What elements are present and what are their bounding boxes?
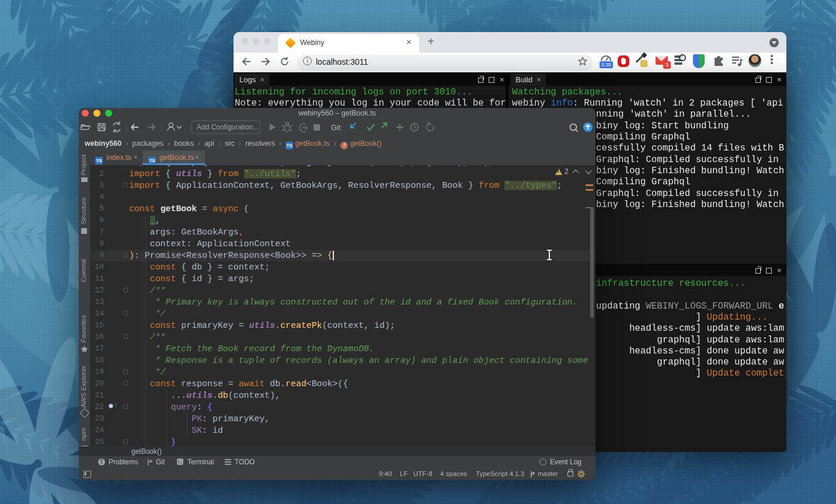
- svg-text:Git:: Git:: [331, 124, 342, 132]
- svg-text:Add Configuration...: Add Configuration...: [197, 123, 259, 131]
